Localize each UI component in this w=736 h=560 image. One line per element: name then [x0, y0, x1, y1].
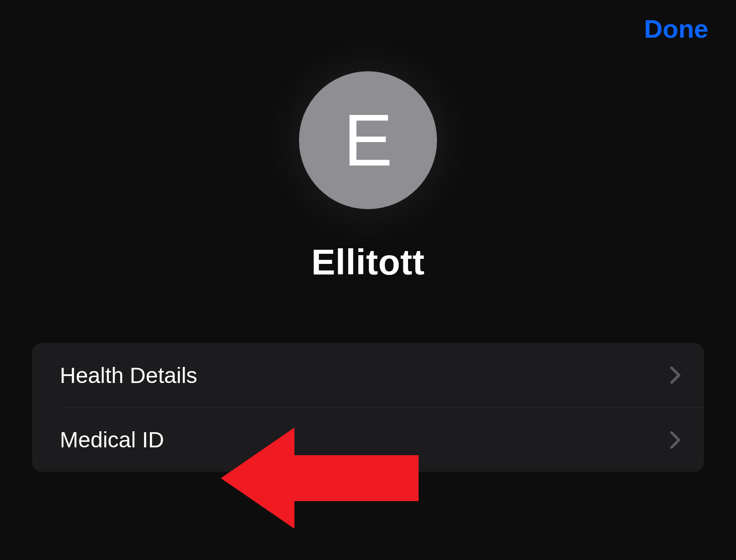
row-medical-id[interactable]: Medical ID	[60, 407, 704, 472]
chevron-right-icon	[670, 431, 681, 449]
row-health-details[interactable]: Health Details	[32, 343, 704, 407]
row-label: Medical ID	[60, 427, 164, 452]
avatar: E	[299, 71, 437, 209]
chevron-right-icon	[670, 366, 681, 384]
profile-section: E Ellitott	[0, 71, 736, 283]
done-button[interactable]: Done	[644, 14, 708, 44]
profile-name: Ellitott	[311, 241, 425, 283]
row-label: Health Details	[60, 363, 197, 388]
header-bar: Done	[0, 0, 736, 44]
avatar-initial: E	[344, 98, 393, 183]
settings-list: Health Details Medical ID	[32, 343, 704, 472]
